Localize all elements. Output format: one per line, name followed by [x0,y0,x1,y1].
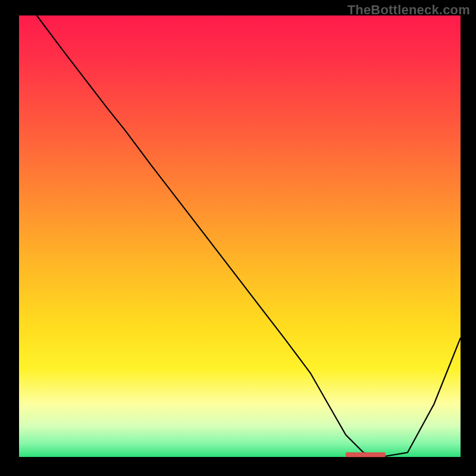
watermark-text: TheBottleneck.com [347,2,470,18]
chart-container: TheBottleneck.com [0,0,476,476]
plot-background [19,15,461,457]
optimal-range-marker [346,452,386,457]
bottleneck-chart [0,0,476,476]
